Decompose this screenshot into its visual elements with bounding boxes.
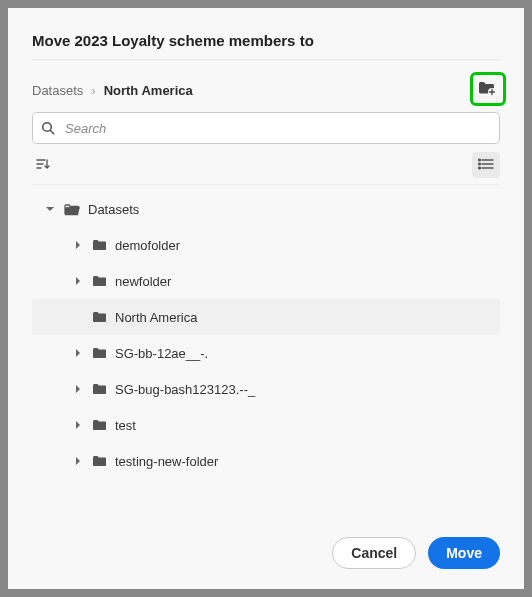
chevron-right-icon <box>72 384 84 394</box>
tree-item[interactable]: newfolder <box>32 263 500 299</box>
folder-tree: Datasets demofolder newfolder North Amer… <box>32 191 500 527</box>
folder-icon <box>92 455 107 467</box>
breadcrumb-current: North America <box>104 83 193 98</box>
svg-point-11 <box>479 167 481 169</box>
folder-icon <box>92 383 107 395</box>
new-folder-icon <box>478 80 496 100</box>
sort-button[interactable] <box>32 154 54 176</box>
dialog-title: Move 2023 Loyalty scheme members to <box>32 32 500 49</box>
search-input[interactable] <box>32 112 500 144</box>
tree-item-label: North America <box>115 310 197 325</box>
chevron-down-icon <box>44 204 56 214</box>
tree-root-row[interactable]: Datasets <box>32 191 500 227</box>
chevron-right-icon <box>72 240 84 250</box>
list-view-icon <box>478 156 494 174</box>
tree-item-label: SG-bb-12ae__-. <box>115 346 208 361</box>
search-field <box>32 112 500 144</box>
chevron-right-icon <box>72 420 84 430</box>
new-folder-button[interactable] <box>474 78 500 102</box>
breadcrumb: Datasets › North America <box>32 83 193 98</box>
chevron-right-icon <box>72 348 84 358</box>
tree-item-label: newfolder <box>115 274 171 289</box>
tree-item-label: test <box>115 418 136 433</box>
svg-point-1 <box>43 123 52 132</box>
tree-item-label: testing-new-folder <box>115 454 218 469</box>
tree-item-selected[interactable]: North America <box>32 299 500 335</box>
tree-item-label: Datasets <box>88 202 139 217</box>
tree-item[interactable]: SG-bb-12ae__-. <box>32 335 500 371</box>
tree-item[interactable]: testing-new-folder <box>32 443 500 479</box>
move-folder-dialog: Move 2023 Loyalty scheme members to Data… <box>8 8 524 589</box>
folder-icon <box>92 311 107 323</box>
folder-icon <box>92 275 107 287</box>
svg-line-2 <box>50 130 54 134</box>
search-icon <box>41 121 55 135</box>
folder-icon <box>92 347 107 359</box>
breadcrumb-root[interactable]: Datasets <box>32 83 83 98</box>
tree-item-label: SG-bug-bash123123.--_ <box>115 382 255 397</box>
sort-icon <box>36 158 50 172</box>
tree-toolbar <box>32 152 500 185</box>
breadcrumb-separator: › <box>91 83 95 98</box>
dialog-footer: Cancel Move <box>32 537 500 569</box>
svg-point-9 <box>479 159 481 161</box>
tree-item[interactable]: SG-bug-bash123123.--_ <box>32 371 500 407</box>
folder-icon <box>92 239 107 251</box>
tree-item[interactable]: test <box>32 407 500 443</box>
breadcrumb-row: Datasets › North America <box>32 78 500 102</box>
divider <box>32 59 500 60</box>
svg-point-10 <box>479 163 481 165</box>
view-toggle-button[interactable] <box>472 152 500 178</box>
move-button[interactable]: Move <box>428 537 500 569</box>
chevron-right-icon <box>72 456 84 466</box>
chevron-right-icon <box>72 276 84 286</box>
folder-icon <box>92 419 107 431</box>
tree-item-label: demofolder <box>115 238 180 253</box>
tree-item[interactable]: demofolder <box>32 227 500 263</box>
cancel-button[interactable]: Cancel <box>332 537 416 569</box>
folder-open-icon <box>64 203 80 216</box>
